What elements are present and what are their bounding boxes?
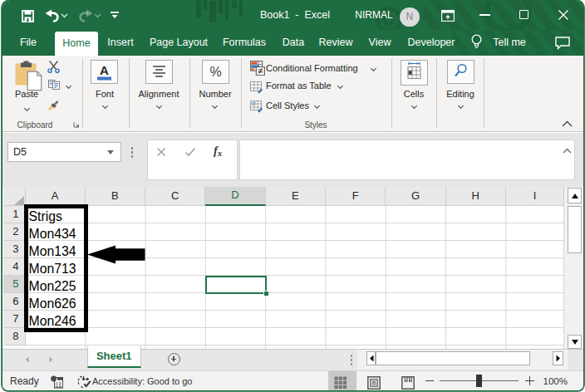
- svg-text:A: A: [100, 63, 109, 77]
- svg-text:%: %: [209, 65, 221, 79]
